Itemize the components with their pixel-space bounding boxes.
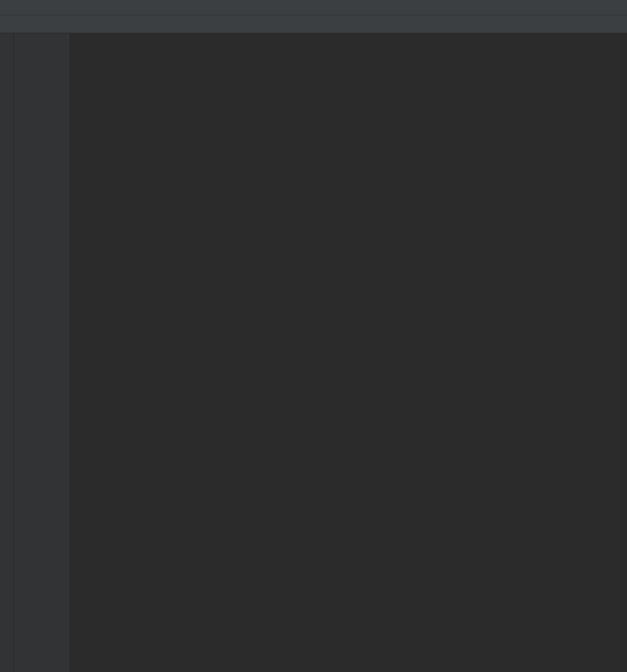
editor xyxy=(14,33,627,672)
editor-lines xyxy=(14,33,627,38)
ide-window xyxy=(0,0,627,672)
tab-bar xyxy=(0,15,627,33)
breadcrumb xyxy=(0,0,627,15)
tool-strip xyxy=(0,33,14,672)
main-area xyxy=(0,33,627,672)
